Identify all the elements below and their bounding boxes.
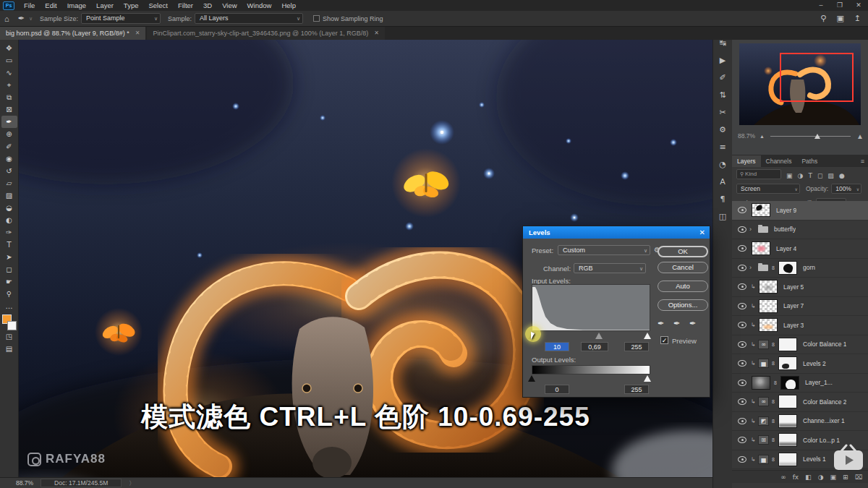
channels-mixer-panel-icon[interactable]: ≡ — [715, 142, 731, 153]
layer-filter-search[interactable]: ⚲ Kind — [736, 169, 781, 179]
gray-point-dropper[interactable]: ✒ — [673, 319, 680, 328]
eye-icon[interactable] — [738, 245, 746, 252]
link-layers-icon[interactable]: ∞ — [780, 474, 786, 481]
filter-shape-icon[interactable]: ◻ — [817, 172, 822, 179]
layer-row[interactable]: ↳Layer 3 — [732, 316, 868, 335]
layer-thumbnail[interactable] — [778, 453, 797, 466]
zoom-in-icon[interactable]: ▲ — [856, 132, 864, 140]
tab-close-icon[interactable]: ✕ — [374, 27, 379, 40]
auto-button[interactable]: Auto — [658, 281, 708, 292]
actions-panel-icon[interactable]: ▶ — [715, 56, 731, 67]
crop-tool[interactable]: ⧉ — [1, 91, 17, 103]
search-icon[interactable]: ⚲ — [820, 14, 826, 23]
adjustments-panel-icon[interactable]: ⇅ — [715, 90, 731, 101]
layer-thumbnail[interactable] — [778, 433, 797, 447]
navigator-thumbnail[interactable] — [739, 43, 861, 125]
layer-visibility-cell[interactable] — [735, 322, 749, 328]
mask-link-icon[interactable]: 8 — [770, 265, 776, 270]
layer-visibility-cell[interactable] — [735, 341, 749, 348]
layer-row[interactable]: ↳∞8Color Balance 1 — [732, 335, 868, 355]
menu-image[interactable]: Image — [62, 0, 91, 11]
shape-tool[interactable]: ◻ — [1, 263, 17, 275]
options-button[interactable]: Options... — [658, 299, 708, 311]
navigator-zoom-slider[interactable] — [770, 136, 851, 137]
sample-select[interactable]: All Layers — [195, 13, 303, 24]
more-tools[interactable]: … — [1, 300, 17, 312]
eye-icon[interactable] — [738, 418, 746, 424]
filter-smart-icon[interactable]: ▨ — [827, 172, 834, 179]
menu-3d[interactable]: 3D — [198, 0, 217, 11]
screen-mode-icon[interactable]: ▤ — [1, 343, 17, 355]
ok-button[interactable]: OK — [658, 246, 708, 257]
restore-icon[interactable]: ❐ — [830, 0, 849, 11]
quick-mask-icon[interactable]: ◳ — [1, 330, 17, 343]
eye-icon[interactable] — [738, 226, 746, 233]
layer-thumbnail[interactable] — [778, 395, 797, 408]
layer-visibility-cell[interactable] — [735, 398, 749, 405]
status-zoom-field[interactable]: 88.7% — [0, 479, 41, 487]
layer-thumbnail[interactable] — [778, 356, 797, 370]
layer-thumbnail[interactable] — [759, 299, 778, 313]
eyedropper-options-icon[interactable]: ✒ — [14, 14, 29, 23]
menu-select[interactable]: Select — [143, 0, 172, 11]
mask-link-icon[interactable]: 8 — [770, 399, 776, 404]
layer-row[interactable]: ›butterfly — [732, 221, 868, 240]
channel-select[interactable]: RGB — [574, 263, 646, 273]
filter-pixel-icon[interactable]: ▣ — [786, 172, 793, 179]
layer-visibility-cell[interactable] — [735, 283, 749, 290]
menu-filter[interactable]: Filter — [173, 0, 198, 11]
eye-icon[interactable] — [738, 207, 746, 213]
sampling-ring-checkbox[interactable] — [313, 15, 320, 22]
mask-link-icon[interactable]: 8 — [770, 361, 776, 366]
status-doc-info[interactable]: Doc: 17.1M/245.5M — [41, 479, 122, 487]
mask-link-icon[interactable]: 8 — [773, 380, 778, 385]
dialog-close-icon[interactable]: ✕ — [699, 226, 705, 239]
layer-visibility-cell[interactable] — [735, 380, 749, 386]
history-brush-tool[interactable]: ↺ — [1, 165, 17, 177]
eye-icon[interactable] — [738, 380, 746, 386]
zoom-tool[interactable]: ⚲ — [1, 288, 17, 300]
menu-window[interactable]: Window — [242, 0, 277, 11]
eye-icon[interactable] — [738, 456, 746, 463]
filter-adjustment-icon[interactable]: ◑ — [798, 172, 804, 179]
opacity-select[interactable]: 100% — [831, 184, 861, 194]
background-color-swatch[interactable] — [7, 321, 17, 330]
layer-thumbnail[interactable] — [778, 414, 797, 428]
layer-thumbnail[interactable] — [759, 280, 778, 294]
input-gamma-field[interactable]: 0,69 — [581, 342, 608, 351]
layer-thumbnail[interactable] — [752, 203, 770, 217]
input-gamma-slider[interactable] — [595, 333, 603, 339]
menu-file[interactable]: File — [19, 0, 40, 11]
character-panel-icon[interactable]: A — [715, 177, 731, 188]
pen-tool[interactable]: ✑ — [1, 226, 17, 239]
status-flyout-icon[interactable]: 〉 — [129, 479, 135, 487]
gradient-tool[interactable]: ▨ — [1, 189, 17, 202]
menu-type[interactable]: Type — [119, 0, 144, 11]
eye-icon[interactable] — [738, 360, 746, 367]
workspace-icon[interactable]: ▣ — [836, 14, 843, 23]
paragraph-panel-icon[interactable]: ¶ — [715, 194, 731, 205]
layer-row[interactable]: ›8gorn — [732, 259, 868, 278]
input-black-field[interactable]: 10 — [545, 342, 569, 351]
layer-effects-icon[interactable]: fx — [793, 474, 799, 481]
tab-layers[interactable]: Layers — [732, 155, 761, 167]
eyedropper-tool[interactable]: ✒ — [1, 116, 17, 128]
output-white-slider[interactable] — [644, 375, 651, 382]
type-tool[interactable]: T — [1, 239, 17, 251]
document-tab-1[interactable]: big horn.psd @ 88.7% (Layer 9, RGB/8#) *… — [0, 27, 145, 40]
hand-tool[interactable]: ☛ — [1, 275, 17, 288]
document-tab-2[interactable]: PinClipart.com_starry-sky-clip-art_39464… — [147, 27, 384, 40]
eye-icon[interactable] — [738, 398, 746, 405]
expander-icon[interactable]: › — [749, 226, 756, 233]
mask-link-icon[interactable]: 8 — [770, 457, 776, 462]
brush-tool[interactable]: ✐ — [1, 140, 17, 153]
styles-panel-icon[interactable]: ✂ — [715, 108, 731, 119]
layer-visibility-cell[interactable] — [735, 303, 749, 309]
delete-layer-icon[interactable]: ⌧ — [855, 474, 862, 481]
output-gradient-bar[interactable] — [532, 365, 650, 374]
eye-icon[interactable] — [738, 303, 746, 309]
brush-settings-panel-icon[interactable]: ✐ — [715, 73, 731, 84]
layer-visibility-cell[interactable] — [735, 456, 749, 463]
layer-row[interactable]: 8Layer_1... — [732, 374, 868, 393]
tab-close-icon[interactable]: ✕ — [135, 27, 140, 40]
